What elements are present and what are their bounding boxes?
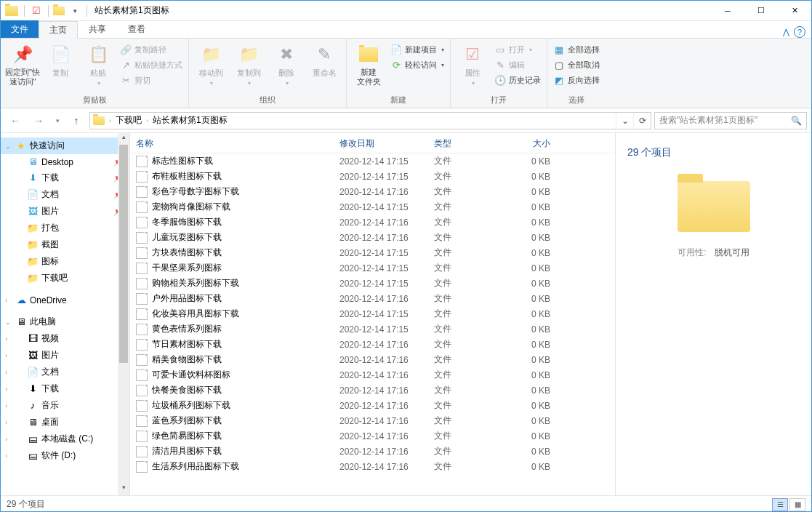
sidebar-item[interactable]: 📁 截图 [1,236,129,253]
sidebar-item[interactable]: › 🖼 图片 [1,347,129,364]
sidebar-onedrive[interactable]: › ☁ OneDrive [1,292,129,308]
sidebar-item[interactable]: 📁 下载吧 [1,270,129,287]
file-row[interactable]: 黄色表情系列图标 2020-12-14 17:15 文件 0 KB [130,321,615,337]
rename-button[interactable]: ✎重命名 [307,40,342,79]
sidebar-scrollbar[interactable]: ▴ ▾ [118,133,129,495]
expand-icon[interactable]: › [5,436,7,443]
share-tab[interactable]: 共享 [78,20,117,38]
expand-icon[interactable]: › [5,402,7,409]
file-row[interactable]: 宠物狗肖像图标下载 2020-12-14 17:15 文件 0 KB [130,199,615,215]
cut-button[interactable]: ✂剪切 [118,73,184,87]
open-button[interactable]: ▭打开▾ [493,42,542,57]
file-row[interactable]: 绿色简易图标下载 2020-12-14 17:16 文件 0 KB [130,428,615,444]
file-row[interactable]: 快餐美食图标下载 2020-12-14 17:16 文件 0 KB [130,383,615,398]
sidebar-item[interactable]: › 🖴 本地磁盘 (C:) [1,431,129,447]
file-row[interactable]: 户外用品图标下载 2020-12-14 17:16 文件 0 KB [130,291,615,306]
qat-dropdown-icon[interactable]: ▾ [68,4,82,18]
address-bar[interactable]: › 下载吧 › 站长素材第1页图标 ⌄ ⟳ [89,112,651,129]
sidebar-item[interactable]: 📁 打包 [1,220,129,236]
close-button[interactable]: ✕ [778,1,811,21]
properties-button[interactable]: ☑属性▾ [455,40,490,87]
file-row[interactable]: 布鞋板鞋图标下载 2020-12-14 17:15 文件 0 KB [130,169,615,184]
file-row[interactable]: 干果坚果系列图标 2020-12-14 17:15 文件 0 KB [130,260,615,276]
nav-recent-button[interactable]: ▾ [52,111,63,130]
file-row[interactable]: 标志性图标下载 2020-12-14 17:15 文件 0 KB [130,153,615,169]
paste-button[interactable]: 📋 粘贴 ▾ [81,40,116,87]
easy-access-button[interactable]: ⟳轻松访问▾ [389,57,446,72]
expand-icon[interactable]: ⌄ [5,143,11,150]
scroll-up-icon[interactable]: ▴ [118,133,129,145]
select-none-button[interactable]: ▢全部取消 [552,57,601,72]
sidebar-this-pc[interactable]: ⌄ 🖥 此电脑 [1,313,129,330]
chevron-right-icon[interactable]: › [145,117,150,124]
collapse-ribbon-icon[interactable]: ⋀ [783,28,789,37]
expand-icon[interactable]: › [5,335,7,343]
edit-button[interactable]: ✎编辑 [493,57,542,72]
col-name[interactable]: 名称 [136,137,339,150]
invert-selection-button[interactable]: ◩反向选择 [552,73,601,87]
copy-button[interactable]: 📄 复制 [43,40,78,79]
sidebar-item[interactable]: 📄 文档📌 [1,186,129,203]
expand-icon[interactable]: › [5,369,7,376]
delete-button[interactable]: ✖删除▾ [269,40,304,87]
col-date[interactable]: 修改日期 [339,137,434,150]
file-row[interactable]: 清洁用具图标下载 2020-12-14 17:16 文件 0 KB [130,444,615,459]
pin-quick-access-button[interactable]: 📌 固定到"快 速访问" [5,40,40,87]
sidebar-item[interactable]: › 🎞 视频 [1,330,129,347]
addr-dropdown-button[interactable]: ⌄ [616,113,633,129]
file-row[interactable]: 儿童玩耍图标下载 2020-12-14 17:16 文件 0 KB [130,230,615,245]
move-to-button[interactable]: 📁移动到▾ [193,40,228,87]
maximize-button[interactable]: ☐ [744,1,778,21]
file-row[interactable]: 可爱卡通饮料杯图标 2020-12-14 17:16 文件 0 KB [130,367,615,383]
search-box[interactable]: 搜索"站长素材第1页图标" 🔍 [654,112,807,129]
qat-properties-icon[interactable]: ☑ [29,4,44,18]
sidebar-item[interactable]: 📁 图标 [1,253,129,270]
file-row[interactable]: 化妆美容用具图标下载 2020-12-14 17:15 文件 0 KB [130,306,615,321]
nav-up-button[interactable]: ↑ [66,111,87,130]
view-details-button[interactable]: ☰ [772,498,788,511]
qat-folder-icon[interactable] [53,7,65,15]
new-item-button[interactable]: 📄新建项目▾ [389,42,446,57]
file-row[interactable]: 节日素材图标下载 2020-12-14 17:16 文件 0 KB [130,337,615,352]
sidebar-item[interactable]: ⬇ 下载📌 [1,169,129,186]
paste-shortcut-button[interactable]: ↗粘贴快捷方式 [118,57,184,72]
col-type[interactable]: 类型 [434,137,507,150]
sidebar-item[interactable]: › 📄 文档 [1,364,129,380]
copy-path-button[interactable]: 🔗复制路径 [118,42,184,57]
sidebar-quick-access[interactable]: ⌄ ★ 快速访问 [1,137,129,154]
expand-icon[interactable]: › [5,452,7,460]
sidebar-item[interactable]: › ♪ 音乐 [1,397,129,414]
sidebar-item[interactable]: 🖥 Desktop📌 [1,154,129,169]
file-row[interactable]: 方块表情图标下载 2020-12-14 17:15 文件 0 KB [130,245,615,260]
scroll-down-icon[interactable]: ▾ [118,484,129,495]
file-row[interactable]: 蓝色系列图标下载 2020-12-14 17:16 文件 0 KB [130,413,615,428]
chevron-right-icon[interactable]: › [108,117,113,124]
nav-forward-button[interactable]: → [28,111,49,130]
sidebar-item[interactable]: › 🖥 桌面 [1,414,129,431]
view-large-button[interactable]: ▦ [789,498,805,511]
file-row[interactable]: 冬季服饰图标下载 2020-12-14 17:16 文件 0 KB [130,215,615,230]
nav-back-button[interactable]: ← [5,111,25,130]
sidebar-item[interactable]: › 🖴 软件 (D:) [1,447,129,464]
expand-icon[interactable]: › [5,297,7,304]
sidebar-item[interactable]: › ⬇ 下载 [1,380,129,397]
select-all-button[interactable]: ▦全部选择 [552,42,601,57]
expand-icon[interactable]: › [5,419,7,426]
copy-to-button[interactable]: 📁复制到▾ [231,40,266,87]
file-row[interactable]: 购物相关系列图标下载 2020-12-14 17:15 文件 0 KB [130,276,615,291]
file-row[interactable]: 垃圾桶系列图标下载 2020-12-14 17:16 文件 0 KB [130,398,615,413]
file-row[interactable]: 生活系列用品图标下载 2020-12-14 17:16 文件 0 KB [130,459,615,474]
breadcrumb-b[interactable]: 站长素材第1页图标 [150,114,230,127]
view-tab[interactable]: 查看 [117,20,156,38]
expand-icon[interactable]: › [5,385,7,393]
expand-icon[interactable]: › [5,352,7,359]
help-icon[interactable]: ? [794,26,805,38]
minimize-button[interactable]: ─ [711,1,744,21]
scroll-thumb[interactable] [119,145,128,363]
history-button[interactable]: 🕓历史记录 [493,73,542,87]
expand-icon[interactable]: ⌄ [5,319,11,326]
sidebar-item[interactable]: 🖼 图片📌 [1,203,129,220]
file-row[interactable]: 彩色字母数字图标下载 2020-12-14 17:16 文件 0 KB [130,184,615,199]
file-row[interactable]: 精美食物图标下载 2020-12-14 17:16 文件 0 KB [130,352,615,367]
home-tab[interactable]: 主页 [39,21,78,39]
